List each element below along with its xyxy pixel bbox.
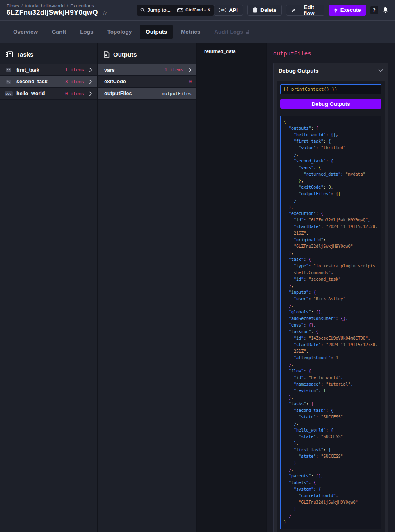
code-line: "envs": {}, bbox=[281, 322, 379, 329]
indent-guide bbox=[289, 355, 289, 361]
indent-guide bbox=[289, 197, 289, 204]
code-line: }, bbox=[281, 151, 379, 158]
indent-guide bbox=[289, 224, 289, 230]
code-line: }, bbox=[281, 394, 379, 401]
task-row-second_task[interactable]: second_task 3 items bbox=[0, 76, 97, 88]
tab-topology[interactable]: Topology bbox=[102, 25, 138, 39]
code-line: "inputs": { bbox=[281, 289, 379, 296]
output-label: exitCode bbox=[104, 79, 189, 84]
indent-guide bbox=[289, 407, 289, 414]
chevron-right-icon bbox=[89, 80, 92, 84]
indent-guide bbox=[289, 420, 289, 427]
execute-button[interactable]: Execute bbox=[329, 5, 366, 16]
tab-metrics[interactable]: Metrics bbox=[175, 25, 206, 39]
lock-icon bbox=[246, 30, 250, 34]
bell-icon[interactable] bbox=[382, 7, 388, 14]
execution-tabs: OverviewGanttLogsTopologyOutputsMetricsA… bbox=[0, 21, 395, 43]
code-line: "tasks": { bbox=[281, 401, 379, 407]
code-line: } bbox=[281, 197, 379, 204]
output-key-title: outputFiles bbox=[273, 50, 388, 57]
indent-guide bbox=[289, 269, 289, 276]
code-line: "first_task": { bbox=[281, 138, 379, 145]
code-line: 216Z", bbox=[281, 230, 379, 237]
debug-card-title: Debug Outputs bbox=[279, 68, 319, 74]
selected-value-key[interactable]: returned_data bbox=[204, 49, 259, 54]
code-line: }, bbox=[281, 420, 379, 427]
debug-card-header[interactable]: Debug Outputs bbox=[274, 63, 388, 78]
indent-guide bbox=[294, 145, 294, 151]
tab-outputs[interactable]: Outputs bbox=[140, 25, 173, 39]
help-icon[interactable]: ? bbox=[370, 6, 378, 14]
task-label: first_task bbox=[16, 67, 65, 73]
indent-guide bbox=[289, 453, 289, 460]
code-line: "id": "hello-world", bbox=[281, 374, 379, 381]
code-line: } bbox=[281, 512, 379, 519]
indent-guide bbox=[289, 381, 289, 388]
debug-form: {{ printContext() }} Debug Outputs {"out… bbox=[277, 81, 385, 532]
edit-flow-button[interactable]: Edit flow bbox=[286, 5, 324, 16]
lightning-icon bbox=[334, 7, 338, 13]
task-row-hello_world[interactable]: LOG hello_world 0 items bbox=[0, 88, 97, 100]
indent-guide bbox=[289, 414, 289, 420]
api-icon: API bbox=[219, 8, 226, 12]
indent-guide bbox=[289, 486, 289, 493]
api-button[interactable]: API API bbox=[214, 5, 243, 16]
breadcrumb-executions[interactable]: Executions bbox=[70, 3, 94, 8]
breadcrumb-flow-id[interactable]: tutorial.hello-world bbox=[25, 3, 64, 8]
tab-overview[interactable]: Overview bbox=[7, 25, 43, 39]
outputs-panel: Outputs vars 1 items exitCode 0 outputFi… bbox=[98, 43, 197, 532]
code-line: "namespace": "tutorial", bbox=[281, 381, 379, 388]
code-line: "exitCode": 0, bbox=[281, 184, 379, 191]
output-row-vars[interactable]: vars 1 items bbox=[98, 64, 196, 76]
debug-output-code[interactable]: {"outputs": {"hello_world": {},"first_ta… bbox=[280, 116, 381, 529]
code-line: } bbox=[281, 506, 379, 512]
task-label: second_task bbox=[16, 79, 65, 84]
indent-guide bbox=[289, 164, 289, 171]
code-line: shell.Commands", bbox=[281, 269, 379, 276]
keyboard-icon bbox=[177, 8, 183, 12]
code-line: "originalId": bbox=[281, 237, 379, 243]
indent-guide bbox=[289, 499, 289, 506]
code-line: "state": "SUCCESS" bbox=[281, 453, 379, 460]
expression-input[interactable]: {{ printContext() }} bbox=[280, 84, 381, 94]
code-line: "vars": { bbox=[281, 164, 379, 171]
code-line: "state": "SUCCESS" bbox=[281, 414, 379, 420]
code-line: "globals": {}, bbox=[281, 309, 379, 315]
tab-audit-logs: Audit Logs bbox=[208, 25, 256, 39]
task-count: 0 items bbox=[65, 91, 84, 96]
tasks-panel-title: Tasks bbox=[16, 51, 33, 58]
indent-guide bbox=[289, 276, 289, 283]
task-row-first_task[interactable]: first_task 1 items bbox=[0, 64, 97, 76]
code-line: "revision": 1 bbox=[281, 388, 379, 394]
window-icon bbox=[5, 68, 12, 73]
code-line: "task": { bbox=[281, 256, 379, 263]
code-line: }, bbox=[281, 361, 379, 368]
indent-guide bbox=[289, 158, 289, 164]
favorite-star-icon[interactable]: ☆ bbox=[102, 9, 107, 16]
breadcrumb-flows[interactable]: Flows bbox=[7, 3, 19, 8]
code-line: "second_task": { bbox=[281, 158, 379, 164]
tab-logs[interactable]: Logs bbox=[74, 25, 99, 39]
delete-button[interactable]: Delete bbox=[247, 5, 282, 16]
output-row-exitCode[interactable]: exitCode 0 bbox=[98, 76, 196, 88]
code-line: }, bbox=[281, 283, 379, 289]
indent-guide bbox=[294, 493, 294, 499]
chevron-right-icon bbox=[89, 68, 92, 72]
output-row-outputFiles[interactable]: outputFiles outputFiles bbox=[98, 88, 196, 100]
code-line: "parents": [], bbox=[281, 473, 379, 479]
indent-guide bbox=[289, 460, 289, 466]
breadcrumb[interactable]: Flows/tutorial.hello-world/Executions bbox=[7, 3, 137, 8]
output-label: outputFiles bbox=[104, 91, 162, 96]
indent-guide bbox=[289, 171, 289, 178]
indent-guide bbox=[289, 132, 289, 138]
indent-guide bbox=[289, 506, 289, 512]
indent-guide bbox=[294, 178, 294, 184]
debug-outputs-button[interactable]: Debug Outputs bbox=[280, 99, 381, 109]
indent-guide bbox=[289, 335, 289, 342]
jump-to-search[interactable]: Jump to... Ctrl/Cmd + K bbox=[137, 5, 214, 16]
indent-guide bbox=[289, 348, 289, 355]
tab-gantt[interactable]: Gantt bbox=[46, 25, 72, 39]
indent-guide bbox=[289, 434, 289, 440]
code-line: }, bbox=[281, 178, 379, 184]
debug-outputs-card: Debug Outputs {{ printContext() }} Debug… bbox=[273, 63, 388, 532]
